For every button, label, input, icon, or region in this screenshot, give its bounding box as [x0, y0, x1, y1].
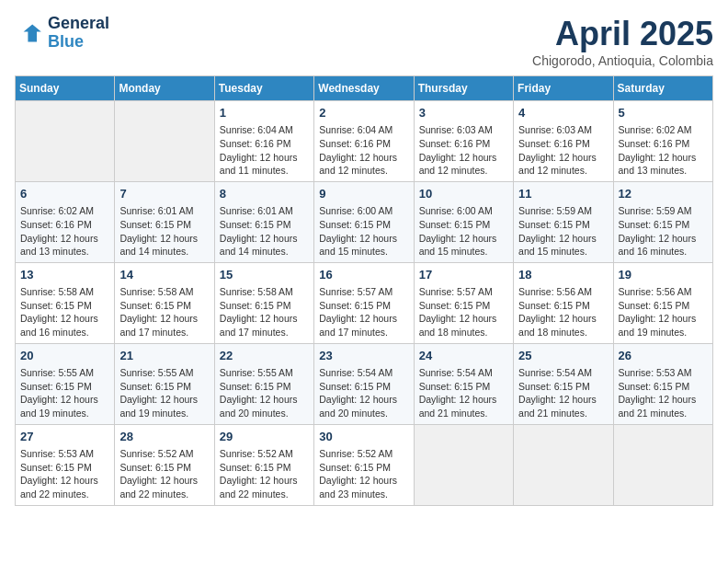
day-header-monday: Monday [115, 76, 214, 101]
calendar-week-2: 6Sunrise: 6:02 AM Sunset: 6:16 PM Daylig… [16, 181, 713, 262]
calendar-cell: 24Sunrise: 5:54 AM Sunset: 6:15 PM Dayli… [414, 343, 513, 424]
calendar-cell: 2Sunrise: 6:04 AM Sunset: 6:16 PM Daylig… [314, 101, 414, 182]
day-info: Sunrise: 5:57 AM Sunset: 6:15 PM Dayligh… [319, 285, 408, 339]
logo: General Blue [15, 15, 109, 52]
day-info: Sunrise: 6:01 AM Sunset: 6:15 PM Dayligh… [119, 204, 209, 259]
calendar-cell: 11Sunrise: 5:59 AM Sunset: 6:15 PM Dayli… [514, 181, 613, 262]
calendar-cell: 20Sunrise: 5:55 AM Sunset: 6:15 PM Dayli… [16, 343, 115, 424]
day-info: Sunrise: 5:52 AM Sunset: 6:15 PM Dayligh… [119, 447, 209, 501]
calendar-cell: 3Sunrise: 6:03 AM Sunset: 6:16 PM Daylig… [414, 101, 513, 182]
day-info: Sunrise: 5:59 AM Sunset: 6:15 PM Dayligh… [518, 204, 608, 259]
day-number: 28 [119, 429, 209, 445]
day-info: Sunrise: 5:53 AM Sunset: 6:15 PM Dayligh… [619, 366, 708, 420]
day-number: 11 [518, 186, 608, 202]
day-number: 12 [619, 186, 708, 202]
calendar-cell: 27Sunrise: 5:53 AM Sunset: 6:15 PM Dayli… [16, 424, 115, 505]
day-number: 5 [619, 105, 708, 121]
day-info: Sunrise: 5:56 AM Sunset: 6:15 PM Dayligh… [619, 285, 708, 339]
day-header-wednesday: Wednesday [314, 76, 414, 101]
day-number: 20 [20, 348, 109, 364]
day-info: Sunrise: 5:57 AM Sunset: 6:15 PM Dayligh… [419, 285, 508, 339]
calendar-cell: 29Sunrise: 5:52 AM Sunset: 6:15 PM Dayli… [214, 424, 313, 505]
day-info: Sunrise: 6:02 AM Sunset: 6:16 PM Dayligh… [20, 204, 109, 259]
calendar-week-3: 13Sunrise: 5:58 AM Sunset: 6:15 PM Dayli… [16, 262, 713, 343]
day-number: 25 [518, 348, 608, 364]
day-header-sunday: Sunday [16, 76, 115, 101]
calendar-week-4: 20Sunrise: 5:55 AM Sunset: 6:15 PM Dayli… [16, 343, 713, 424]
calendar-cell: 21Sunrise: 5:55 AM Sunset: 6:15 PM Dayli… [115, 343, 214, 424]
day-header-tuesday: Tuesday [214, 76, 313, 101]
calendar-cell [514, 424, 613, 505]
day-info: Sunrise: 5:59 AM Sunset: 6:15 PM Dayligh… [619, 204, 708, 259]
calendar-cell: 28Sunrise: 5:52 AM Sunset: 6:15 PM Dayli… [115, 424, 214, 505]
calendar-cell: 25Sunrise: 5:54 AM Sunset: 6:15 PM Dayli… [514, 343, 613, 424]
day-number: 10 [419, 186, 508, 202]
calendar-cell [414, 424, 513, 505]
calendar-cell: 18Sunrise: 5:56 AM Sunset: 6:15 PM Dayli… [514, 262, 613, 343]
day-info: Sunrise: 6:03 AM Sunset: 6:16 PM Dayligh… [419, 123, 508, 178]
svg-marker-0 [24, 24, 41, 41]
calendar-cell: 30Sunrise: 5:52 AM Sunset: 6:15 PM Dayli… [314, 424, 414, 505]
page-header: General Blue April 2025 Chigorodo, Antio… [15, 15, 713, 68]
calendar-cell [613, 424, 712, 505]
calendar-cell: 19Sunrise: 5:56 AM Sunset: 6:15 PM Dayli… [613, 262, 712, 343]
day-info: Sunrise: 5:56 AM Sunset: 6:15 PM Dayligh… [518, 285, 608, 339]
day-info: Sunrise: 5:58 AM Sunset: 6:15 PM Dayligh… [220, 285, 309, 339]
calendar-cell [115, 101, 214, 182]
calendar-cell: 8Sunrise: 6:01 AM Sunset: 6:15 PM Daylig… [214, 181, 313, 262]
calendar-header-row: SundayMondayTuesdayWednesdayThursdayFrid… [16, 76, 713, 101]
day-header-friday: Friday [514, 76, 613, 101]
day-info: Sunrise: 5:53 AM Sunset: 6:15 PM Dayligh… [20, 447, 109, 501]
title-block: April 2025 Chigorodo, Antioquia, Colombi… [532, 15, 713, 68]
calendar-cell: 6Sunrise: 6:02 AM Sunset: 6:16 PM Daylig… [16, 181, 115, 262]
day-number: 27 [20, 429, 109, 445]
day-info: Sunrise: 5:55 AM Sunset: 6:15 PM Dayligh… [220, 366, 309, 420]
day-info: Sunrise: 5:54 AM Sunset: 6:15 PM Dayligh… [319, 366, 408, 420]
day-number: 17 [419, 267, 508, 283]
calendar-cell: 15Sunrise: 5:58 AM Sunset: 6:15 PM Dayli… [214, 262, 313, 343]
logo-text: General Blue [48, 15, 109, 52]
calendar-cell: 22Sunrise: 5:55 AM Sunset: 6:15 PM Dayli… [214, 343, 313, 424]
day-number: 24 [419, 348, 508, 364]
day-info: Sunrise: 6:00 AM Sunset: 6:15 PM Dayligh… [419, 204, 508, 259]
calendar-cell: 14Sunrise: 5:58 AM Sunset: 6:15 PM Dayli… [115, 262, 214, 343]
calendar-cell: 7Sunrise: 6:01 AM Sunset: 6:15 PM Daylig… [115, 181, 214, 262]
day-number: 2 [319, 105, 408, 121]
day-info: Sunrise: 5:52 AM Sunset: 6:15 PM Dayligh… [220, 447, 309, 501]
day-number: 7 [119, 186, 209, 202]
day-number: 16 [319, 267, 408, 283]
location: Chigorodo, Antioquia, Colombia [532, 53, 713, 68]
day-number: 29 [220, 429, 309, 445]
calendar-week-5: 27Sunrise: 5:53 AM Sunset: 6:15 PM Dayli… [16, 424, 713, 505]
day-number: 18 [518, 267, 608, 283]
day-number: 21 [119, 348, 209, 364]
day-info: Sunrise: 6:02 AM Sunset: 6:16 PM Dayligh… [619, 123, 708, 178]
day-info: Sunrise: 6:01 AM Sunset: 6:15 PM Dayligh… [220, 204, 309, 259]
day-number: 3 [419, 105, 508, 121]
day-info: Sunrise: 5:55 AM Sunset: 6:15 PM Dayligh… [119, 366, 209, 420]
day-number: 9 [319, 186, 408, 202]
calendar-cell: 26Sunrise: 5:53 AM Sunset: 6:15 PM Dayli… [613, 343, 712, 424]
day-info: Sunrise: 5:58 AM Sunset: 6:15 PM Dayligh… [20, 285, 109, 339]
day-number: 14 [119, 267, 209, 283]
calendar-cell: 13Sunrise: 5:58 AM Sunset: 6:15 PM Dayli… [16, 262, 115, 343]
day-info: Sunrise: 5:54 AM Sunset: 6:15 PM Dayligh… [419, 366, 508, 420]
day-info: Sunrise: 6:04 AM Sunset: 6:16 PM Dayligh… [319, 123, 408, 178]
day-info: Sunrise: 5:55 AM Sunset: 6:15 PM Dayligh… [20, 366, 109, 420]
calendar-cell: 12Sunrise: 5:59 AM Sunset: 6:15 PM Dayli… [613, 181, 712, 262]
calendar-cell: 4Sunrise: 6:03 AM Sunset: 6:16 PM Daylig… [514, 101, 613, 182]
day-number: 15 [220, 267, 309, 283]
calendar-cell: 10Sunrise: 6:00 AM Sunset: 6:15 PM Dayli… [414, 181, 513, 262]
day-number: 8 [220, 186, 309, 202]
day-info: Sunrise: 6:03 AM Sunset: 6:16 PM Dayligh… [518, 123, 608, 178]
logo-icon [15, 18, 44, 48]
day-info: Sunrise: 5:54 AM Sunset: 6:15 PM Dayligh… [518, 366, 608, 420]
calendar-cell: 9Sunrise: 6:00 AM Sunset: 6:15 PM Daylig… [314, 181, 414, 262]
calendar-cell: 5Sunrise: 6:02 AM Sunset: 6:16 PM Daylig… [613, 101, 712, 182]
day-number: 23 [319, 348, 408, 364]
day-number: 30 [319, 429, 408, 445]
calendar-cell: 23Sunrise: 5:54 AM Sunset: 6:15 PM Dayli… [314, 343, 414, 424]
day-number: 22 [220, 348, 309, 364]
day-number: 1 [220, 105, 309, 121]
day-number: 4 [518, 105, 608, 121]
